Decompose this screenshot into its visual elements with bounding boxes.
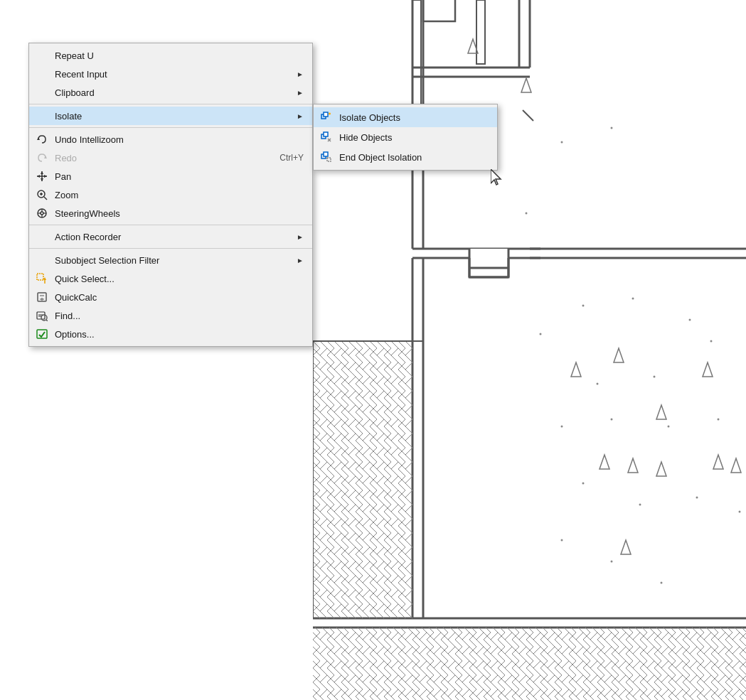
end-isolation-icon	[319, 150, 334, 164]
svg-point-53	[718, 419, 720, 421]
steeringwheels-icon	[35, 206, 49, 220]
svg-point-49	[710, 340, 713, 343]
menu-item-clipboard-label: Clipboard	[55, 87, 297, 98]
svg-rect-75	[324, 132, 328, 136]
svg-point-57	[739, 511, 741, 513]
svg-point-55	[639, 504, 641, 506]
menu-item-options-label: Options...	[55, 329, 304, 340]
menu-item-undo-intellizoom-label: Undo Intellizoom	[55, 134, 304, 145]
menu-item-recent-input-label: Recent Input	[55, 69, 297, 80]
svg-marker-66	[313, 341, 412, 618]
svg-point-50	[561, 426, 563, 428]
menu-item-zoom[interactable]: Zoom	[29, 185, 312, 204]
context-menu: Repeat U Recent Input ► Clipboard ► Isol…	[28, 43, 313, 347]
redo-icon	[35, 151, 49, 165]
menu-item-repeat-u-label: Repeat U	[55, 50, 304, 61]
arrow-icon: ►	[297, 112, 304, 120]
svg-point-92	[41, 212, 43, 215]
menu-item-recent-input[interactable]: Recent Input ►	[29, 65, 312, 83]
svg-line-88	[44, 197, 47, 200]
menu-item-quick-select-label: Quick Select...	[55, 274, 304, 284]
menu-item-clipboard[interactable]: Clipboard ►	[29, 83, 312, 102]
menu-item-quickcalc-label: QuickCalc	[55, 292, 304, 303]
separator-2	[29, 127, 312, 128]
svg-rect-80	[327, 158, 331, 161]
svg-point-52	[668, 426, 670, 428]
menu-item-redo-label: Redo	[55, 153, 265, 163]
menu-item-options[interactable]: Options...	[29, 325, 312, 343]
arrow-icon: ►	[297, 70, 304, 78]
undo-icon	[35, 132, 49, 146]
isolate-submenu: Isolate Objects Hide Objects	[313, 104, 498, 171]
find-icon	[35, 308, 49, 323]
separator-3	[29, 225, 312, 225]
svg-point-43	[582, 305, 585, 307]
menu-item-redo[interactable]: Redo Ctrl+Y	[29, 149, 312, 167]
svg-point-42	[526, 212, 528, 215]
svg-point-60	[561, 539, 563, 542]
menu-item-subobject-selection-filter[interactable]: Subobject Selection Filter ►	[29, 251, 312, 269]
svg-point-45	[689, 319, 691, 321]
svg-point-54	[582, 483, 585, 485]
quick-select-icon	[35, 271, 49, 286]
svg-point-59	[661, 582, 663, 584]
arrow-icon: ►	[297, 257, 304, 264]
svg-point-40	[611, 127, 613, 129]
svg-marker-82	[44, 156, 47, 158]
svg-point-46	[540, 333, 542, 335]
arrow-icon: ►	[297, 89, 304, 97]
svg-point-56	[696, 497, 698, 499]
svg-marker-83	[41, 171, 43, 174]
menu-item-action-recorder-label: Action Recorder	[55, 232, 297, 242]
quickcalc-icon	[35, 290, 49, 304]
submenu-item-hide-objects[interactable]: Hide Objects	[314, 127, 497, 147]
submenu-item-end-isolation-label: End Object Isolation	[339, 152, 489, 163]
zoom-icon	[35, 188, 49, 202]
submenu-item-end-isolation[interactable]: End Object Isolation	[314, 147, 497, 167]
separator-4	[29, 248, 312, 249]
submenu-item-hide-objects-label: Hide Objects	[339, 132, 489, 143]
svg-point-47	[597, 383, 599, 385]
svg-rect-79	[324, 152, 328, 156]
menu-item-isolate-label: Isolate	[55, 111, 297, 122]
menu-item-find[interactable]: Find...	[29, 306, 312, 325]
menu-item-steeringwheels[interactable]: SteeringWheels	[29, 204, 312, 222]
menu-item-quick-select[interactable]: Quick Select...	[29, 269, 312, 288]
svg-marker-85	[37, 175, 40, 178]
svg-line-106	[46, 320, 48, 321]
menu-item-find-label: Find...	[55, 311, 304, 321]
menu-item-subobject-selection-filter-label: Subobject Selection Filter	[55, 255, 297, 266]
menu-item-action-recorder[interactable]: Action Recorder ►	[29, 227, 312, 246]
menu-item-zoom-label: Zoom	[55, 190, 304, 200]
svg-point-44	[632, 298, 634, 300]
svg-marker-67	[313, 628, 746, 700]
pan-icon	[35, 169, 49, 183]
svg-marker-84	[41, 178, 43, 181]
menu-item-steeringwheels-label: SteeringWheels	[55, 208, 304, 219]
svg-marker-86	[44, 175, 47, 178]
menu-item-quickcalc[interactable]: QuickCalc	[29, 288, 312, 306]
submenu-item-isolate-objects-label: Isolate Objects	[339, 112, 489, 123]
arrow-icon: ►	[297, 233, 304, 241]
svg-rect-97	[37, 274, 43, 280]
menu-item-pan-label: Pan	[55, 171, 304, 182]
separator-1	[29, 104, 312, 104]
isolate-objects-icon	[319, 110, 334, 124]
svg-point-58	[611, 561, 613, 563]
svg-point-39	[561, 141, 563, 144]
hide-objects-icon	[319, 130, 334, 144]
menu-item-redo-shortcut: Ctrl+Y	[279, 153, 304, 163]
svg-marker-81	[37, 137, 40, 140]
svg-point-51	[611, 419, 613, 421]
menu-item-pan[interactable]: Pan	[29, 167, 312, 185]
submenu-item-isolate-objects[interactable]: Isolate Objects	[314, 107, 497, 127]
menu-item-isolate[interactable]: Isolate ► Isolate Objects	[29, 107, 312, 125]
options-icon	[35, 327, 49, 341]
svg-rect-71	[324, 112, 328, 117]
menu-item-repeat-u[interactable]: Repeat U	[29, 46, 312, 65]
svg-point-105	[41, 315, 47, 321]
svg-point-48	[654, 376, 656, 378]
menu-item-undo-intellizoom[interactable]: Undo Intellizoom	[29, 130, 312, 149]
